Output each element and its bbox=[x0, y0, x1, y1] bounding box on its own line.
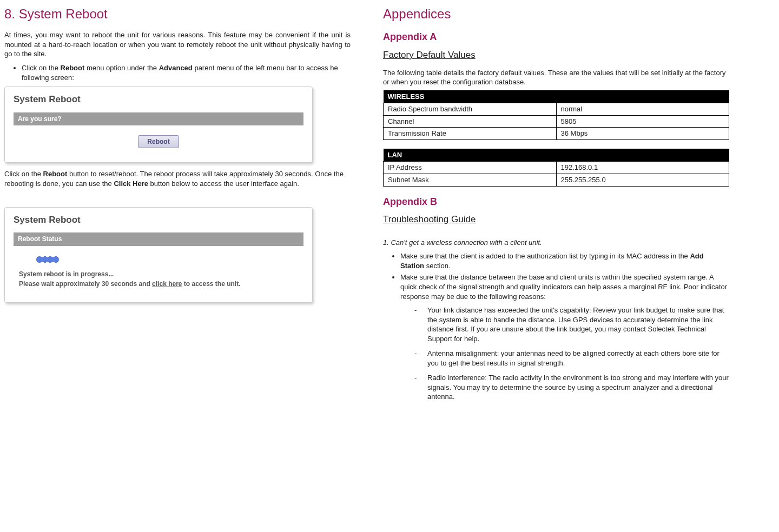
list-item: Radio interference: The radio activity i… bbox=[414, 373, 729, 402]
list-item: Make sure that the client is added to th… bbox=[400, 251, 729, 270]
intro-paragraph: At times, you may want to reboot the uni… bbox=[4, 30, 351, 59]
instruction-list: Click on the Reboot menu option under th… bbox=[4, 63, 351, 82]
trouble-list: Make sure that the client is added to th… bbox=[383, 251, 729, 301]
table-header: WIRELESS bbox=[384, 90, 557, 103]
trouble-q1: 1. Can't get a wireless connection with … bbox=[383, 238, 729, 248]
table-header: LAN bbox=[384, 149, 557, 162]
table-row: IP Address192.168.0.1 bbox=[384, 162, 729, 174]
reboot-status-panel: System Reboot Reboot Status System reboo… bbox=[4, 207, 313, 303]
table-row: Subnet Mask255.255.255.0 bbox=[384, 174, 729, 187]
after-panel-paragraph: Click on the Reboot button to reset/rebo… bbox=[4, 169, 351, 188]
status-line-2: Please wait approximately 30 seconds and… bbox=[19, 280, 303, 288]
panel-title: System Reboot bbox=[14, 214, 303, 227]
panel-title: System Reboot bbox=[14, 94, 303, 106]
wireless-table: WIRELESS Radio Spectrum bandwidthnormal … bbox=[383, 90, 729, 140]
appendix-a-intro: The following table details the factory … bbox=[383, 68, 729, 87]
panel-bar: Reboot Status bbox=[14, 232, 303, 245]
appendix-b-heading: Appendix B bbox=[383, 195, 729, 208]
appendix-a-heading: Appendix A bbox=[383, 30, 729, 43]
reboot-confirm-panel: System Reboot Are you sure? Reboot bbox=[4, 87, 313, 163]
click-here-link[interactable]: click here bbox=[152, 280, 182, 288]
reason-list: Your link distance has exceeded the unit… bbox=[383, 305, 729, 402]
appendices-heading: Appendices bbox=[383, 5, 729, 23]
table-row: Channel5805 bbox=[384, 115, 729, 128]
right-column: Appendices Appendix A Factory Default Va… bbox=[383, 5, 729, 407]
table-row: Transmission Rate36 Mbps bbox=[384, 128, 729, 140]
table-row: Radio Spectrum bandwidthnormal bbox=[384, 103, 729, 116]
reboot-button[interactable]: Reboot bbox=[138, 135, 179, 148]
list-item: Your link distance has exceeded the unit… bbox=[414, 305, 729, 343]
list-item: Antenna misalignment: your antennas need… bbox=[414, 349, 729, 368]
appendix-b-subhead: Troubleshooting Guide bbox=[383, 214, 729, 226]
list-item: Make sure that the distance between the … bbox=[400, 272, 729, 301]
progress-spinner-icon bbox=[35, 256, 60, 263]
section-heading: 8. System Reboot bbox=[4, 5, 351, 23]
left-column: 8. System Reboot At times, you may want … bbox=[4, 5, 351, 407]
status-line-1: System reboot is in progress... bbox=[19, 270, 303, 278]
lan-table: LAN IP Address192.168.0.1 Subnet Mask255… bbox=[383, 149, 729, 187]
instruction-item: Click on the Reboot menu option under th… bbox=[22, 63, 351, 82]
appendix-a-subhead: Factory Default Values bbox=[383, 49, 729, 62]
panel-bar: Are you sure? bbox=[14, 112, 303, 125]
